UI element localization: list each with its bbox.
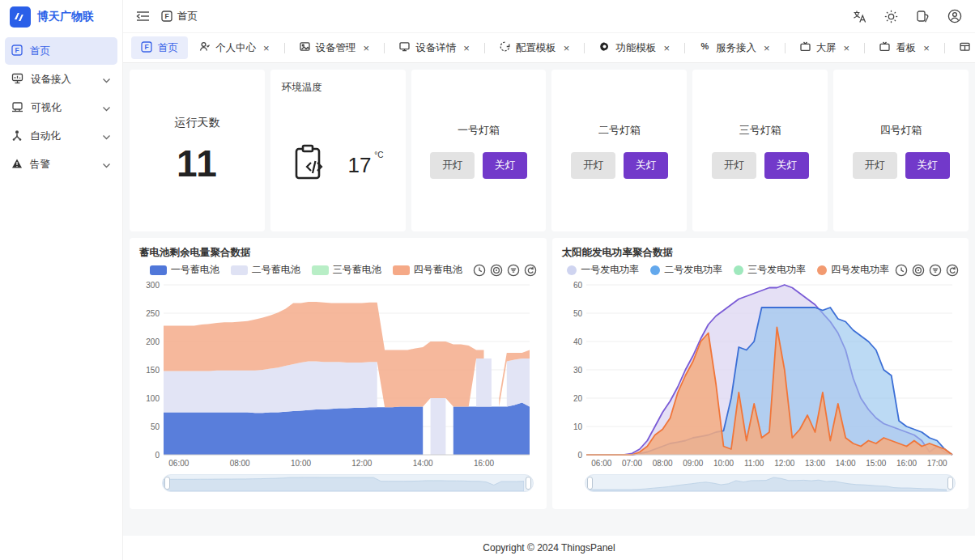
clock-icon[interactable] xyxy=(473,264,486,277)
legend-label: 一号发电功率 xyxy=(581,263,639,277)
legend-label: 三号发电功率 xyxy=(747,263,806,277)
tab-7[interactable]: 大屏× xyxy=(790,36,860,59)
tab-3[interactable]: 设备详情× xyxy=(390,36,479,59)
tab-9[interactable]: 看板详情× xyxy=(950,36,975,59)
solar-chart-plot[interactable]: 010203040506006:0007:0008:0009:0010:0011… xyxy=(562,278,959,471)
legend-item[interactable]: 二号发电功率 xyxy=(650,263,722,277)
filter-icon[interactable] xyxy=(507,264,520,277)
close-icon[interactable]: × xyxy=(663,43,670,53)
svg-text:08:00: 08:00 xyxy=(652,459,672,468)
tab-label: 服务接入 xyxy=(716,41,756,55)
legend-item[interactable]: 四号发电功率 xyxy=(817,263,889,277)
zoom-handle-right[interactable] xyxy=(526,477,531,490)
tab-label: 设备管理 xyxy=(316,41,356,55)
light-on-button[interactable]: 开灯 xyxy=(430,152,475,179)
zoom-handle-left[interactable] xyxy=(587,477,593,490)
tab-label: 设备详情 xyxy=(415,41,456,55)
filter-icon[interactable] xyxy=(929,264,942,277)
tab-divider xyxy=(785,43,786,53)
sidebar-item-alarm[interactable]: 告警 xyxy=(5,151,117,178)
tab-8[interactable]: 看板× xyxy=(870,36,939,59)
legend-item[interactable]: 三号蓄电池 xyxy=(312,263,381,277)
light-off-button[interactable]: 关灯 xyxy=(483,152,527,179)
lightbox-card-1: 一号灯箱 开灯 关灯 xyxy=(411,70,547,231)
close-icon[interactable]: × xyxy=(844,43,850,53)
light-off-button[interactable]: 关灯 xyxy=(905,152,950,179)
sidebar-item-visualization[interactable]: 可视化 xyxy=(5,94,117,121)
sidebar-item-device-access[interactable]: 设备接入 xyxy=(5,66,117,93)
battery-chart-plot[interactable]: 05010015020025030006:0008:0010:0012:0014… xyxy=(139,278,536,471)
light-off-button[interactable]: 关灯 xyxy=(624,152,668,179)
avatar[interactable] xyxy=(947,9,962,23)
legend-item[interactable]: 二号蓄电池 xyxy=(231,263,300,277)
svg-text:%: % xyxy=(701,41,709,51)
svg-text:300: 300 xyxy=(146,281,160,290)
svg-text:F: F xyxy=(15,46,19,54)
light-on-button[interactable]: 开灯 xyxy=(712,152,756,179)
theme-light-icon[interactable] xyxy=(884,10,898,23)
sidebar-item-home[interactable]: F 首页 xyxy=(5,37,117,65)
logo[interactable]: 博天广物联 xyxy=(0,0,122,34)
breadcrumb[interactable]: F 首页 xyxy=(161,10,198,23)
refresh-icon[interactable] xyxy=(524,264,537,277)
battery-chart-zoom-slider[interactable] xyxy=(162,474,534,492)
tab-0[interactable]: F 首页 xyxy=(131,36,188,59)
solar-chart-title: 太阳能发电功率聚合数据 xyxy=(562,246,960,260)
tab-1[interactable]: 个人中心× xyxy=(189,36,279,59)
legend-swatch xyxy=(650,265,660,275)
tab-divider xyxy=(944,43,945,53)
light-on-button[interactable]: 开灯 xyxy=(571,152,615,179)
battery-chart-title: 蓄电池剩余电量聚合数据 xyxy=(139,246,537,260)
legend-swatch xyxy=(150,265,167,275)
tab-2[interactable]: 设备管理× xyxy=(290,36,380,59)
legend-item[interactable]: 一号蓄电池 xyxy=(150,263,219,277)
tab-6[interactable]: % 服务接入× xyxy=(690,36,780,59)
svg-text:11:00: 11:00 xyxy=(744,459,764,468)
svg-text:07:00: 07:00 xyxy=(621,459,641,468)
svg-text:0: 0 xyxy=(577,451,582,460)
close-icon[interactable]: × xyxy=(923,43,930,53)
home-icon: F xyxy=(141,41,152,55)
close-icon[interactable]: × xyxy=(463,43,470,53)
svg-text:200: 200 xyxy=(146,337,160,346)
collapse-sidebar-icon[interactable] xyxy=(136,11,150,22)
device-access-icon xyxy=(11,73,23,87)
logo-icon xyxy=(10,6,31,28)
main-area: F 首页 xyxy=(123,0,975,560)
svg-text:06:00: 06:00 xyxy=(591,459,611,468)
close-icon[interactable]: × xyxy=(364,43,370,53)
light-off-button[interactable]: 关灯 xyxy=(764,152,809,179)
sidebar-item-automation[interactable]: 自动化 xyxy=(5,122,117,150)
zoom-handle-left[interactable] xyxy=(164,477,170,490)
lightbox-title: 三号灯箱 xyxy=(739,123,781,138)
automation-icon xyxy=(11,129,23,143)
tab-4[interactable]: 配置模板× xyxy=(490,36,580,59)
aggregate-icon[interactable] xyxy=(490,264,503,277)
clock-icon[interactable] xyxy=(895,264,908,277)
palette-icon[interactable] xyxy=(916,10,930,23)
tab-label: 个人中心 xyxy=(215,41,256,55)
tab-5[interactable]: 功能模板× xyxy=(590,36,679,59)
svg-text:14:00: 14:00 xyxy=(835,459,855,468)
aggregate-icon[interactable] xyxy=(912,264,925,277)
home-icon: F xyxy=(11,45,23,58)
close-icon[interactable]: × xyxy=(764,43,770,53)
translate-icon[interactable] xyxy=(853,10,866,23)
temperature-card: 环境温度 17 °C xyxy=(270,70,406,231)
close-icon[interactable]: × xyxy=(263,43,270,53)
legend-swatch xyxy=(231,265,248,275)
zoom-handle-right[interactable] xyxy=(947,477,953,490)
lightbox-card-3: 三号灯箱 开灯 关灯 xyxy=(692,70,828,231)
legend-item[interactable]: 三号发电功率 xyxy=(734,263,806,277)
legend-item[interactable]: 四号蓄电池 xyxy=(393,263,462,277)
legend-item[interactable]: 一号发电功率 xyxy=(567,263,639,277)
light-on-button[interactable]: 开灯 xyxy=(853,152,897,179)
refresh-icon[interactable] xyxy=(946,264,959,277)
svg-text:0: 0 xyxy=(155,451,160,460)
close-icon[interactable]: × xyxy=(564,43,570,53)
solar-chart-zoom-slider[interactable] xyxy=(585,474,956,492)
legend-swatch xyxy=(393,265,410,275)
lightbox-title: 二号灯箱 xyxy=(598,123,641,138)
svg-text:10: 10 xyxy=(573,422,582,431)
svg-text:100: 100 xyxy=(146,394,160,403)
